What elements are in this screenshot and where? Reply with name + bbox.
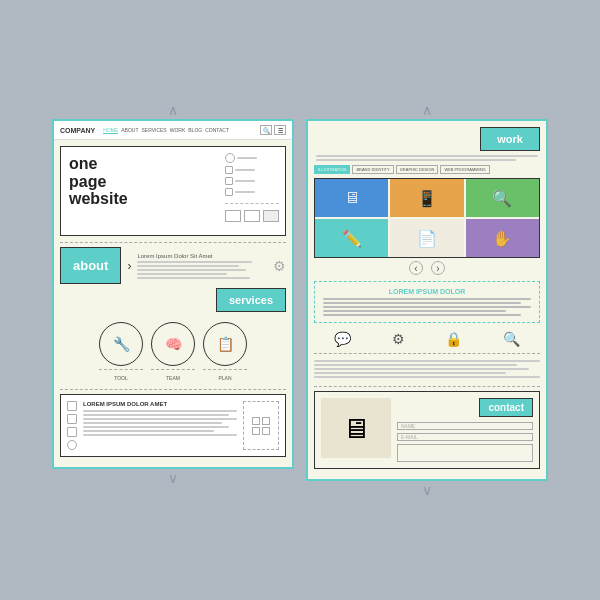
menu-icon[interactable]: ☰ — [274, 125, 286, 135]
nav-logo: COMPANY — [60, 127, 95, 134]
lorem-text-lines — [83, 410, 237, 436]
about-section: about › Lorem Ipsum Dolor Sit Amet ⚙ — [60, 247, 286, 284]
work-box[interactable]: work — [480, 127, 540, 151]
deco-line4 — [235, 191, 255, 193]
work-cell-5[interactable]: 📄 — [390, 219, 463, 257]
right-panel: work ILLUSTRATION BRAND IDENTITY GRAPHIC… — [306, 119, 548, 481]
contact-message-input[interactable] — [397, 444, 533, 462]
right-top-arrow: ∧ — [422, 103, 432, 117]
work-description — [314, 155, 540, 161]
gear-icon: ⚙ — [273, 258, 286, 274]
lorem-icon1 — [67, 401, 77, 411]
lorem-content: LOREM IPSUM DOLOR AMET — [83, 401, 237, 450]
tool-circle: 🔧 — [99, 322, 143, 366]
lorem-dolor-line — [323, 314, 521, 316]
right-panel-wrapper: ∧ work ILLUSTRATION BRAND IDENTITY GRAPH… — [306, 103, 548, 497]
left-panel-wrapper: ∧ COMPANY HOME ABOUT SERVICES WORK BLOG … — [52, 103, 294, 485]
work-prev-button[interactable]: ‹ — [409, 261, 423, 275]
service-team: 🧠 TEAM — [151, 322, 195, 381]
about-box[interactable]: about — [60, 247, 121, 284]
nav-home[interactable]: HOME — [103, 127, 118, 134]
divider2 — [60, 389, 286, 390]
features-text-line — [314, 372, 506, 374]
search-feature-icon: 🔍 — [503, 331, 520, 347]
work-cell-icon: ✋ — [492, 229, 512, 248]
nav-work[interactable]: WORK — [170, 127, 186, 134]
lorem-line — [83, 426, 229, 428]
right-bottom-arrow: ∨ — [422, 483, 432, 497]
contact-section: 🖥 contact NAME E-MAIL — [314, 391, 540, 469]
right-spacer — [308, 473, 546, 479]
lorem-dolor-line — [323, 306, 531, 308]
features-text-line — [314, 360, 540, 362]
lorem-line — [83, 414, 229, 416]
text-line — [137, 273, 226, 275]
text-line — [137, 277, 249, 279]
team-circle: 🧠 — [151, 322, 195, 366]
features-text-line — [314, 364, 517, 366]
contact-box: contact — [479, 398, 533, 417]
features-section: 💬 ⚙ 🔒 🔍 — [314, 327, 540, 382]
service-plan: 📋 PLAN — [203, 322, 247, 381]
lorem-section: LOREM IPSUM DOLOR AMET — [60, 394, 286, 457]
work-next-button[interactable]: › — [431, 261, 445, 275]
services-box[interactable]: services — [216, 288, 286, 312]
work-text-line — [316, 159, 516, 161]
settings-icon: ⚙ — [392, 331, 405, 347]
work-cell-icon: 🔍 — [492, 189, 512, 208]
text-line — [137, 261, 252, 263]
nav-contact[interactable]: CONTACT — [205, 127, 229, 134]
nav-blog[interactable]: BLOG — [188, 127, 202, 134]
tab-illustration[interactable]: ILLUSTRATION — [314, 165, 350, 174]
work-grid: 🖥 📱 🔍 ✏️ 📄 ✋ — [314, 178, 540, 258]
deco-line — [237, 157, 257, 159]
lorem-dolor-section: LOREM IPSUM DOLOR — [314, 281, 540, 323]
about-text-block: Lorem Ipsum Dolor Sit Amet — [137, 253, 265, 279]
deco-box3 — [225, 188, 233, 196]
team-label: TEAM — [166, 375, 180, 381]
search-icon[interactable]: 🔍 — [260, 125, 272, 135]
nav-about[interactable]: ABOUT — [121, 127, 138, 134]
lorem-dolor-text — [321, 298, 533, 316]
text-line — [137, 269, 245, 271]
deco-line2 — [235, 169, 255, 171]
contact-email-input[interactable]: E-MAIL — [397, 433, 533, 441]
work-cell-3[interactable]: 🔍 — [466, 179, 539, 217]
work-cell-icon: 📱 — [417, 189, 437, 208]
email-label: E-MAIL — [401, 434, 418, 440]
lorem-dolor-line — [323, 302, 521, 304]
lorem-line — [83, 434, 237, 436]
tool-label: TOOL — [114, 375, 128, 381]
left-bottom-arrow: ∨ — [168, 471, 178, 485]
contact-name-input[interactable]: NAME — [397, 422, 533, 430]
text-line — [137, 265, 239, 267]
lorem-dolor-title: LOREM IPSUM DOLOR — [321, 288, 533, 295]
work-cell-icon: ✏️ — [342, 229, 362, 248]
nav-services[interactable]: SERVICES — [142, 127, 167, 134]
work-cell-2[interactable]: 📱 — [390, 179, 463, 217]
services-header: services — [60, 288, 286, 318]
nav-items: HOME ABOUT SERVICES WORK BLOG CONTACT — [103, 127, 256, 134]
services-icons-row: 🔧 TOOL 🧠 TEAM 📋 — [60, 318, 286, 385]
work-cell-6[interactable]: ✋ — [466, 219, 539, 257]
chat-icon: 💬 — [334, 331, 351, 347]
divider1 — [60, 242, 286, 243]
feature-lock: 🔒 — [445, 331, 462, 347]
tab-graphic[interactable]: GRAPHIC DESIGN — [396, 165, 439, 174]
tab-web[interactable]: WEB PROGRAMMING — [440, 165, 489, 174]
lorem-dolor-line — [323, 310, 506, 312]
left-panel: COMPANY HOME ABOUT SERVICES WORK BLOG CO… — [52, 119, 294, 469]
work-text-line — [316, 155, 538, 157]
nav-bar: COMPANY HOME ABOUT SERVICES WORK BLOG CO… — [54, 121, 292, 140]
computer-icon: 🖥 — [342, 412, 370, 445]
features-text-line — [314, 376, 540, 378]
hero-section: one page website — [60, 146, 286, 236]
hero-decorations — [225, 153, 279, 222]
right-divider — [314, 386, 540, 387]
work-cell-4[interactable]: ✏️ — [315, 219, 388, 257]
tab-brand[interactable]: BRAND IDENTITY — [352, 165, 393, 174]
plan-label: PLAN — [218, 375, 231, 381]
work-cell-1[interactable]: 🖥 — [315, 179, 388, 217]
lorem-line — [83, 418, 237, 420]
about-subtitle: Lorem Ipsum Dolor Sit Amet — [137, 253, 265, 259]
